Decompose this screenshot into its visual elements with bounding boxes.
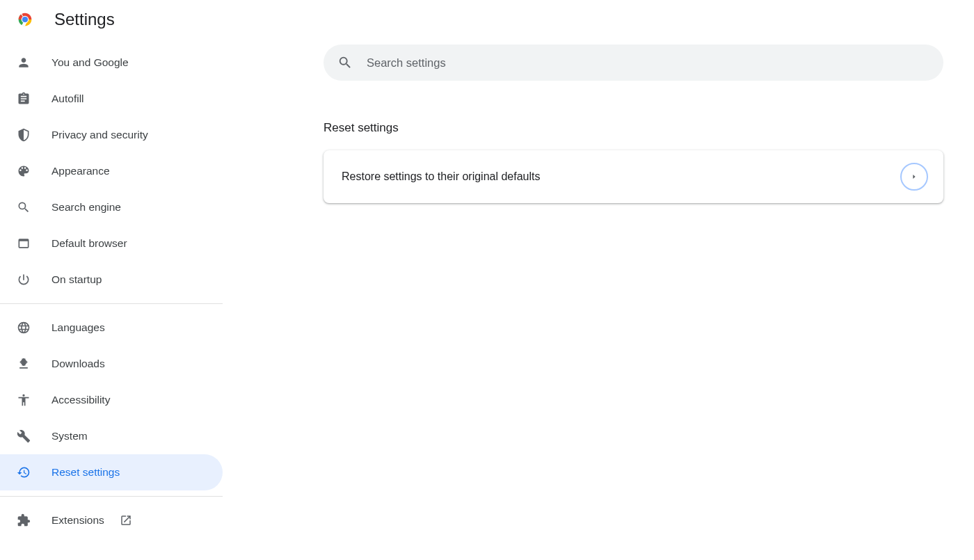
- restore-defaults-row[interactable]: Restore settings to their original defau…: [324, 150, 943, 203]
- page-title: Settings: [54, 10, 115, 29]
- sidebar-item-extensions[interactable]: Extensions: [0, 502, 223, 538]
- sidebar: You and Google Autofill Privacy and secu…: [0, 39, 223, 555]
- wrench-icon: [17, 429, 31, 443]
- search-input[interactable]: [367, 56, 929, 70]
- sidebar-item-you-and-google[interactable]: You and Google: [0, 45, 223, 81]
- shield-icon: [17, 128, 31, 142]
- svg-point-2: [22, 17, 28, 22]
- search-icon: [337, 55, 353, 70]
- download-icon: [17, 357, 31, 371]
- sidebar-item-default-browser[interactable]: Default browser: [0, 225, 223, 262]
- sidebar-item-autofill[interactable]: Autofill: [0, 81, 223, 117]
- extension-icon: [17, 513, 31, 527]
- header: Settings: [0, 0, 974, 39]
- sidebar-item-label: Downloads: [51, 358, 105, 370]
- sidebar-item-label: Reset settings: [51, 466, 120, 479]
- sidebar-item-accessibility[interactable]: Accessibility: [0, 382, 223, 418]
- sidebar-item-label: Search engine: [51, 201, 121, 214]
- sidebar-item-label: Accessibility: [51, 394, 110, 406]
- globe-icon: [17, 321, 31, 335]
- open-external-icon: [120, 514, 132, 527]
- sidebar-item-label: Extensions: [51, 514, 104, 527]
- palette-icon: [17, 164, 31, 178]
- search-settings-box[interactable]: [324, 45, 943, 81]
- sidebar-item-label: Languages: [51, 321, 105, 334]
- sidebar-item-search-engine[interactable]: Search engine: [0, 189, 223, 225]
- reset-settings-card: Restore settings to their original defau…: [324, 150, 943, 203]
- section-title: Reset settings: [324, 121, 943, 135]
- sidebar-item-appearance[interactable]: Appearance: [0, 153, 223, 189]
- sidebar-item-label: On startup: [51, 273, 102, 286]
- main-content: Reset settings Restore settings to their…: [223, 39, 974, 555]
- search-icon: [17, 200, 31, 214]
- sidebar-item-label: Default browser: [51, 237, 127, 250]
- sidebar-item-languages[interactable]: Languages: [0, 310, 223, 346]
- power-icon: [17, 273, 31, 287]
- chrome-logo-icon: [15, 10, 35, 29]
- history-icon: [17, 465, 31, 479]
- restore-defaults-label: Restore settings to their original defau…: [342, 170, 540, 183]
- sidebar-item-system[interactable]: System: [0, 418, 223, 454]
- sidebar-item-privacy-security[interactable]: Privacy and security: [0, 117, 223, 153]
- sidebar-item-label: Autofill: [51, 93, 84, 105]
- sidebar-item-downloads[interactable]: Downloads: [0, 346, 223, 382]
- clipboard-icon: [17, 92, 31, 106]
- accessibility-icon: [17, 393, 31, 407]
- chevron-right-icon: [900, 163, 928, 191]
- sidebar-item-label: You and Google: [51, 56, 129, 69]
- window-icon: [17, 237, 31, 250]
- sidebar-item-label: Appearance: [51, 165, 110, 177]
- person-icon: [17, 56, 31, 70]
- sidebar-item-reset-settings[interactable]: Reset settings: [0, 454, 223, 490]
- sidebar-item-label: System: [51, 430, 88, 442]
- sidebar-item-label: Privacy and security: [51, 129, 148, 141]
- sidebar-item-on-startup[interactable]: On startup: [0, 262, 223, 298]
